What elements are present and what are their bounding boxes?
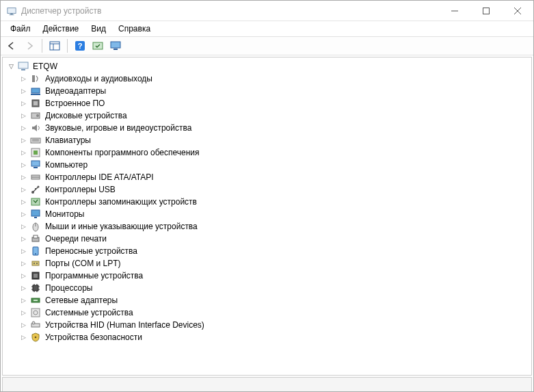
expand-toggle-icon[interactable] — [19, 112, 27, 120]
category-label[interactable]: Встроенное ПО — [44, 99, 106, 108]
expand-toggle-icon[interactable] — [19, 235, 27, 243]
tree-category[interactable]: Дисковые устройства — [19, 109, 530, 122]
expand-toggle-icon[interactable] — [19, 173, 27, 181]
svg-text:?: ? — [78, 42, 83, 50]
tree-category[interactable]: Мониторы — [19, 208, 530, 220]
category-label[interactable]: Контроллеры IDE ATA/ATAPI — [44, 172, 155, 182]
scan-hardware-button[interactable] — [90, 38, 106, 53]
category-label[interactable]: Мониторы — [44, 209, 85, 219]
category-label[interactable]: Контроллеры запоминающих устройств — [44, 197, 198, 207]
tree-category[interactable]: Порты (COM и LPT) — [19, 257, 530, 270]
expand-toggle-icon[interactable] — [19, 75, 27, 83]
expand-toggle-icon[interactable] — [19, 210, 27, 218]
tree-category[interactable]: Видеоадаптеры — [19, 85, 530, 97]
tree-category[interactable]: Программные устройства — [19, 270, 530, 282]
app-icon — [6, 5, 17, 16]
expand-toggle-icon[interactable] — [19, 284, 27, 292]
tree-category[interactable]: Компоненты программного обеспечения — [19, 146, 530, 159]
tree-category[interactable]: Переносные устройства — [19, 245, 530, 257]
category-label[interactable]: Процессоры — [44, 283, 94, 293]
expand-toggle-icon[interactable] — [19, 99, 27, 107]
toolbar-separator — [42, 39, 42, 53]
forward-button[interactable] — [21, 38, 38, 53]
category-label[interactable]: Видеоадаптеры — [44, 86, 107, 96]
expand-toggle-icon[interactable] — [19, 296, 27, 304]
toolbar: ? — [1, 36, 533, 55]
menu-view[interactable]: Вид — [85, 23, 111, 35]
category-label[interactable]: Контроллеры USB — [44, 185, 117, 194]
category-label[interactable]: Переносные устройства — [44, 246, 139, 256]
tree-category[interactable]: Клавиатуры — [19, 134, 530, 146]
back-button[interactable] — [3, 38, 20, 53]
close-button[interactable] — [502, 1, 533, 21]
display-adapter-icon — [30, 86, 41, 96]
category-label[interactable]: Аудиовходы и аудиовыходы — [44, 74, 154, 83]
tree-category[interactable]: Звуковые, игровые и видеоустройства — [19, 122, 530, 134]
category-label[interactable]: Порты (COM и LPT) — [44, 259, 122, 268]
expand-toggle-icon[interactable] — [19, 272, 27, 280]
expand-toggle-icon[interactable] — [19, 198, 27, 206]
expand-toggle-icon[interactable] — [19, 333, 27, 341]
maximize-button[interactable] — [470, 1, 502, 21]
window-title: Диспетчер устройств — [21, 6, 101, 16]
tree-category[interactable]: Очереди печати — [19, 233, 530, 245]
category-label[interactable]: Сетевые адаптеры — [44, 296, 119, 305]
tree-category[interactable]: Компьютер — [19, 159, 530, 171]
expand-toggle-icon[interactable] — [19, 124, 27, 132]
menubar: Файл Действие Вид Справка — [1, 21, 533, 36]
expand-toggle-icon[interactable] — [19, 321, 27, 329]
minimize-button[interactable] — [439, 1, 470, 21]
firmware-icon — [30, 98, 41, 109]
expand-toggle-icon[interactable] — [19, 161, 27, 169]
expand-toggle-icon[interactable] — [19, 185, 27, 194]
system-icon — [30, 307, 41, 318]
category-label[interactable]: Клавиатуры — [44, 135, 92, 145]
tree-category[interactable]: Контроллеры USB — [19, 183, 530, 196]
monitor-icon — [30, 209, 41, 220]
device-tree-panel[interactable]: ETQW Аудиовходы и аудиовыходыВидеоадапте… — [2, 57, 532, 376]
ports-icon — [30, 258, 41, 269]
tree-category[interactable]: Контроллеры IDE ATA/ATAPI — [19, 171, 530, 183]
expand-toggle-icon[interactable] — [19, 259, 27, 267]
menu-help[interactable]: Справка — [113, 23, 156, 35]
category-label[interactable]: Дисковые устройства — [44, 111, 129, 120]
category-label[interactable]: Очереди печати — [44, 234, 108, 244]
category-label[interactable]: Устройства безопасности — [44, 332, 144, 342]
category-label[interactable]: Устройства HID (Human Interface Devices) — [44, 320, 206, 330]
menu-action[interactable]: Действие — [38, 23, 85, 35]
usb-icon — [30, 184, 41, 195]
tree-category[interactable]: Процессоры — [19, 282, 530, 294]
tree-category[interactable]: Встроенное ПО — [19, 97, 530, 109]
category-label[interactable]: Мыши и иные указывающие устройства — [44, 222, 199, 231]
print-queue-icon — [30, 233, 41, 244]
cpu-icon — [30, 283, 41, 293]
tree-category[interactable]: Аудиовходы и аудиовыходы — [19, 73, 530, 85]
menu-file[interactable]: Файл — [5, 23, 36, 35]
tree-category[interactable]: Устройства HID (Human Interface Devices) — [19, 319, 530, 331]
svg-rect-15 — [18, 62, 28, 68]
expand-toggle-icon[interactable] — [19, 222, 27, 231]
tree-category[interactable]: Системные устройства — [19, 306, 530, 319]
tree-category[interactable]: Устройства безопасности — [19, 331, 530, 343]
tree-category[interactable]: Мыши и иные указывающие устройства — [19, 220, 530, 233]
root-label[interactable]: ETQW — [31, 62, 59, 71]
category-label[interactable]: Системные устройства — [44, 308, 135, 317]
tree-category[interactable]: Сетевые адаптеры — [19, 294, 530, 306]
expand-toggle-icon[interactable] — [19, 136, 27, 144]
svg-rect-13 — [111, 42, 120, 48]
category-label[interactable]: Компьютер — [44, 160, 89, 170]
expand-toggle-icon[interactable] — [19, 309, 27, 317]
expand-toggle-icon[interactable] — [19, 87, 27, 95]
help-button[interactable]: ? — [72, 38, 88, 53]
show-hide-tree-button[interactable] — [46, 38, 63, 53]
expand-toggle-icon[interactable] — [19, 247, 27, 255]
svg-rect-16 — [21, 69, 25, 70]
show-monitor-button[interactable] — [107, 38, 124, 53]
category-label[interactable]: Звуковые, игровые и видеоустройства — [44, 123, 193, 133]
expand-toggle-icon[interactable] — [7, 62, 15, 70]
category-label[interactable]: Компоненты программного обеспечения — [44, 148, 201, 157]
tree-category[interactable]: Контроллеры запоминающих устройств — [19, 196, 530, 208]
category-label[interactable]: Программные устройства — [44, 271, 144, 280]
tree-root[interactable]: ETQW Аудиовходы и аудиовыходыВидеоадапте… — [7, 60, 530, 343]
expand-toggle-icon[interactable] — [19, 148, 27, 157]
